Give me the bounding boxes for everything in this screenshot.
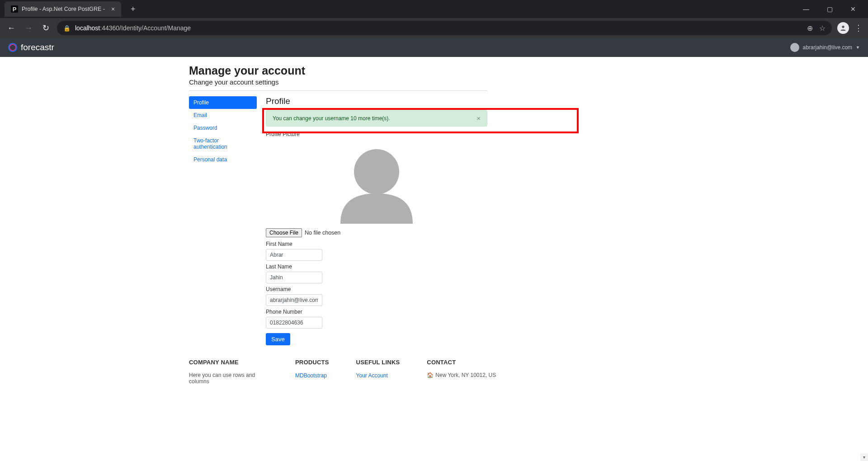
svg-point-1 xyxy=(354,149,399,194)
tab-title: Profile - Asp.Net Core PostGRE - xyxy=(22,6,105,12)
footer-company-desc: Here you can use rows and columns xyxy=(189,372,268,385)
sidebar-item-email[interactable]: Email xyxy=(189,109,257,122)
url-text: localhost:44360/Identity/Account/Manage xyxy=(75,24,191,32)
username-label: Username xyxy=(266,286,487,292)
user-avatar-icon xyxy=(790,43,799,52)
brand[interactable]: forecastr xyxy=(8,42,54,52)
bookmark-icon[interactable]: ☆ xyxy=(819,24,826,33)
sidebar-item-two-factor[interactable]: Two-factor authentication xyxy=(189,134,257,153)
sidebar-item-profile[interactable]: Profile xyxy=(189,96,257,109)
page-title: Manage your account xyxy=(189,64,487,77)
alert-close-icon[interactable]: × xyxy=(476,115,481,122)
footer-link-account[interactable]: Your Account xyxy=(356,372,388,379)
section-title: Profile xyxy=(266,96,487,106)
forward-button[interactable]: → xyxy=(23,22,34,34)
profile-picture-preview xyxy=(331,140,422,224)
browser-toolbar: ← → ↻ 🔒 localhost:44360/Identity/Account… xyxy=(0,18,868,38)
sidebar-item-personal-data[interactable]: Personal data xyxy=(189,153,257,166)
footer-links-title: USEFUL LINKS xyxy=(356,359,400,366)
back-button[interactable]: ← xyxy=(5,22,17,34)
first-name-label: First Name xyxy=(266,241,487,247)
reload-button[interactable]: ↻ xyxy=(40,22,52,34)
footer-products-title: PRODUCTS xyxy=(295,359,329,366)
brand-logo-icon xyxy=(8,43,17,52)
manage-side-nav: Profile Email Password Two-factor authen… xyxy=(189,96,257,345)
tab-favicon-icon: P xyxy=(11,5,18,13)
maximize-icon[interactable]: ▢ xyxy=(823,5,836,13)
divider xyxy=(189,90,487,91)
brand-text: forecastr xyxy=(21,42,54,52)
address-bar[interactable]: 🔒 localhost:44360/Identity/Account/Manag… xyxy=(57,21,832,35)
chevron-down-icon: ▼ xyxy=(856,45,860,50)
svg-point-0 xyxy=(842,26,844,28)
new-tab-button[interactable]: + xyxy=(127,3,139,15)
alert-text: You can change your username 10 more tim… xyxy=(273,115,390,122)
zoom-icon[interactable]: ⊕ xyxy=(807,24,813,33)
site-footer: COMPANY NAME Here you can use rows and c… xyxy=(189,359,487,385)
phone-label: Phone Number xyxy=(266,309,487,315)
last-name-input[interactable] xyxy=(266,272,322,283)
first-name-input[interactable] xyxy=(266,249,322,261)
browser-profile-icon[interactable] xyxy=(837,22,849,34)
sidebar-item-password[interactable]: Password xyxy=(189,122,257,134)
footer-product-link[interactable]: MDBootstrap xyxy=(295,372,327,379)
choose-file-button[interactable]: Choose File xyxy=(266,228,302,237)
footer-contact-title: CONTACT xyxy=(427,359,496,366)
lock-icon: 🔒 xyxy=(63,25,71,32)
footer-company-title: COMPANY NAME xyxy=(189,359,268,366)
close-window-icon[interactable]: ✕ xyxy=(846,5,860,13)
site-navbar: forecastr abrarjahin@live.com ▼ xyxy=(0,38,868,57)
close-tab-icon[interactable]: × xyxy=(111,5,115,13)
minimize-icon[interactable]: — xyxy=(799,5,813,13)
profile-picture-label: Profile Picture xyxy=(266,131,487,137)
phone-input[interactable] xyxy=(266,317,322,329)
user-email: abrarjahin@live.com xyxy=(803,44,853,51)
user-menu[interactable]: abrarjahin@live.com ▼ xyxy=(790,43,860,52)
browser-tab[interactable]: P Profile - Asp.Net Core PostGRE - × xyxy=(5,1,121,17)
page-subtitle: Change your account settings xyxy=(189,78,487,86)
home-icon: 🏠 xyxy=(427,372,434,378)
last-name-label: Last Name xyxy=(266,263,487,270)
username-input[interactable] xyxy=(266,294,322,306)
status-alert: You can change your username 10 more tim… xyxy=(266,110,487,127)
browser-menu-icon[interactable]: ⋮ xyxy=(854,23,863,33)
file-status-text: No file chosen xyxy=(305,230,340,236)
browser-tab-strip: P Profile - Asp.Net Core PostGRE - × + —… xyxy=(0,0,868,18)
scroll-down-icon[interactable]: ▾ xyxy=(860,453,868,461)
window-controls: — ▢ ✕ xyxy=(799,5,868,13)
footer-contact-address: New York, NY 10012, US xyxy=(435,372,496,378)
save-button[interactable]: Save xyxy=(266,333,290,345)
